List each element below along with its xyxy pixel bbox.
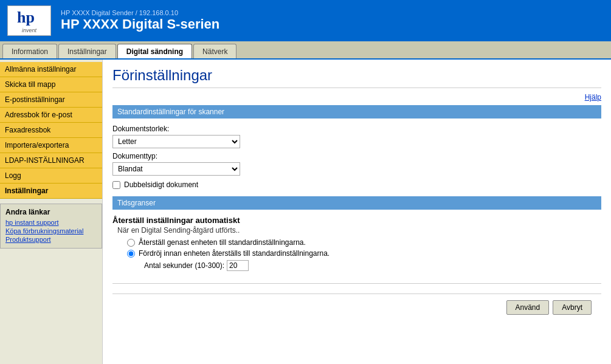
sidebar-item-inst[interactable]: Inställningar [0,184,102,199]
sidebar-item-fax[interactable]: Faxadressbok [0,123,102,138]
tab-digital-sandning[interactable]: Digital sändning [117,44,192,58]
tab-natverk[interactable]: Nätverk [193,44,236,58]
logo-hp-text: hp [16,8,43,30]
radio-delayed[interactable] [127,250,135,258]
duplex-row: Dubbelsidigt dokument [112,180,601,189]
reset-title: Återställ inställningar automatiskt [112,216,601,225]
sidebar-link-instant-support[interactable]: hp instant support [5,219,97,226]
seconds-row: Antal sekunder (10-300): 20 [144,260,601,271]
sidebar-nav: Allmänna inställningarSkicka till mappE-… [0,62,102,199]
header-text-block: HP XXXX Digital Sender / 192.168.0.10 HP… [61,9,219,32]
sidebar-item-logg[interactable]: Logg [0,168,102,184]
sidebar-item-skicka[interactable]: Skicka till mapp [0,77,102,92]
timeout-section-header: Tidsgranser [112,196,601,210]
sidebar-links-list: hp instant supportKöpa förbrukningsmater… [5,219,97,243]
apply-button[interactable]: Använd [506,300,550,315]
sidebar-link-produktsupport[interactable]: Produktsupport [5,236,97,243]
tab-installningar[interactable]: Inställningar [58,44,116,58]
duplex-checkbox[interactable] [112,181,120,189]
seconds-label: Antal sekunder (10-300): [144,261,224,270]
reset-desc: När en Digital Sending-åtgärd utförts.. [117,226,601,235]
main-layout: Allmänna inställningarSkicka till mappE-… [0,60,611,364]
header-subtitle: HP XXXX Digital Sender / 192.168.0.10 [61,9,219,16]
radio1-row: Återställ genast enheten till standardin… [127,238,601,247]
help-link[interactable]: Hjälp [112,93,601,101]
sidebar: Allmänna inställningarSkicka till mappE-… [0,60,102,364]
radio1-label: Återställ genast enheten till standardin… [139,238,306,247]
doc-type-label: Dokumenttyp: [112,152,601,160]
doc-type-select[interactable]: BlandatTextGrafikFoto [112,162,240,176]
sidebar-links-title: Andra länkar [5,208,97,216]
doc-size-label: Dokumentstorlek: [112,125,601,133]
svg-text:hp: hp [17,9,35,26]
cancel-button[interactable]: Avbryt [553,300,592,315]
content-area: Förinställningar Hjälp Standardinställni… [102,60,611,364]
header-title: HP XXXX Digital S-serien [61,16,219,32]
tab-bar: InformationInställningarDigital sändning… [0,41,611,60]
hp-logo: hp invent [7,5,51,36]
sidebar-item-allmanna[interactable]: Allmänna inställningar [0,62,102,77]
header: hp invent HP XXXX Digital Sender / 192.1… [0,0,611,41]
duplex-label: Dubbelsidigt dokument [124,180,198,189]
sidebar-item-importera[interactable]: Importera/exportera [0,138,102,153]
page-title: Förinställningar [112,67,601,88]
tab-information[interactable]: Information [2,44,57,58]
sidebar-item-ldap[interactable]: LDAP-INSTÄLLNINGAR [0,153,102,168]
doc-size-select[interactable]: LetterA4LegalA3 [112,135,240,148]
radio-immediate[interactable] [127,239,135,247]
sidebar-links-box: Andra länkar hp instant supportKöpa förb… [0,204,102,249]
logo-invent-text: invent [22,27,36,33]
sidebar-item-epost[interactable]: E-postinställningar [0,92,102,108]
seconds-input[interactable]: 20 [227,260,249,271]
radio2-row: Fördröj innan enheten återställs till st… [127,249,601,258]
radio2-label: Fördröj innan enheten återställs till st… [139,249,330,258]
sidebar-item-adressbok[interactable]: Adressbok för e-post [0,108,102,123]
scanner-section-header: Standardinställningar för skanner [112,105,601,118]
sidebar-link-forbrukning[interactable]: Köpa förbrukningsmaterial [5,227,97,235]
footer-buttons: Använd Avbryt [112,294,601,321]
